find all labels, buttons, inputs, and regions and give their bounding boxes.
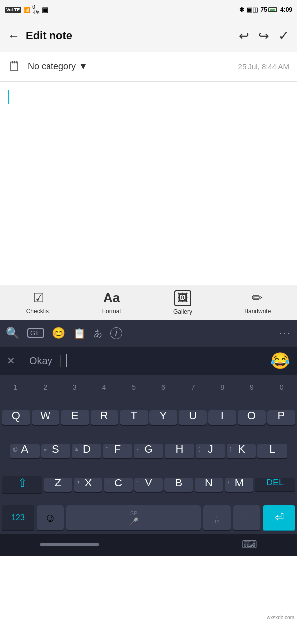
key-a[interactable]: @A: [10, 444, 40, 458]
key-u[interactable]: U: [179, 410, 207, 425]
key-j[interactable]: (J: [196, 444, 225, 458]
category-label-text: No category: [28, 61, 76, 72]
watermark: wxsxdn.com: [267, 615, 294, 620]
number-row: 1 2 3 4 5 6 7 8 9 0: [0, 375, 297, 400]
category-icon: 🗒: [8, 58, 22, 75]
redo-button[interactable]: ↪: [258, 28, 269, 44]
more-icon[interactable]: ···: [279, 327, 291, 340]
key-k[interactable]: )K: [227, 444, 256, 458]
note-editor[interactable]: [0, 82, 297, 285]
qwerty-row: Q W E R T Y U I O P: [0, 400, 297, 434]
enter-key[interactable]: ⏎: [263, 505, 295, 530]
key-e[interactable]: E: [61, 410, 89, 425]
num-9[interactable]: 9: [239, 383, 266, 391]
key-r[interactable]: R: [91, 410, 119, 425]
prediction-emoji[interactable]: 😂: [270, 351, 290, 370]
gallery-label: Gallery: [173, 308, 192, 315]
data-speed: 0 K/s: [32, 4, 39, 15]
num-2[interactable]: 2: [32, 383, 59, 391]
category-bar: 🗒 No category ▼ 25 Jul, 8:44 AM: [0, 52, 297, 82]
battery-container: 75: [261, 6, 277, 13]
num-0[interactable]: 0: [268, 383, 295, 391]
clipboard-icon[interactable]: 📋: [73, 327, 86, 339]
status-right: ✱ ▣◫ 75 4:09: [239, 6, 292, 13]
handwrite-icon: ✏: [252, 290, 263, 306]
key-o[interactable]: O: [238, 410, 266, 425]
key-n[interactable]: ;N: [195, 478, 223, 492]
space-label-main: 🎤: [130, 517, 138, 525]
search-icon[interactable]: 🔍: [6, 327, 19, 340]
period-label: .: [246, 514, 248, 522]
confirm-button[interactable]: ✓: [278, 28, 289, 44]
key-s[interactable]: #S: [41, 444, 71, 458]
key-h[interactable]: +H: [165, 444, 195, 458]
key-f[interactable]: *F: [103, 444, 133, 458]
space-label-sp: SP: [130, 510, 138, 516]
key-l[interactable]: "L: [257, 444, 287, 458]
battery-percentage: 75: [261, 6, 267, 13]
shift-key[interactable]: ⇧: [2, 476, 42, 493]
num-8[interactable]: 8: [209, 383, 236, 391]
key-t[interactable]: T: [120, 410, 148, 425]
num-4[interactable]: 4: [91, 383, 118, 391]
keyboard: 1 2 3 4 5 6 7 8 9 0 Q W E R T Y U I O P …: [0, 375, 297, 534]
prediction-bar: ✕ Okay 😂: [0, 347, 297, 375]
key-d[interactable]: &D: [72, 444, 101, 458]
key-c[interactable]: "C: [104, 478, 133, 492]
dropdown-arrow-icon: ▼: [79, 61, 88, 72]
gallery-icon: 🖼: [174, 290, 191, 306]
key-z[interactable]: _Z: [44, 478, 72, 492]
key-b[interactable]: ·B: [164, 478, 193, 492]
checklist-button[interactable]: ☑ Checklist: [26, 290, 50, 315]
keyboard-nav-icon[interactable]: ⌨: [242, 538, 257, 551]
num-6[interactable]: 6: [150, 383, 177, 391]
space-key[interactable]: SP 🎤: [66, 505, 201, 530]
punct-label: !?: [215, 519, 219, 525]
key-m[interactable]: /M: [225, 478, 253, 492]
key-g[interactable]: -G: [134, 444, 163, 458]
translate-icon[interactable]: あ: [94, 327, 102, 339]
handwrite-button[interactable]: ✏ Handwrite: [244, 290, 271, 315]
key-i[interactable]: I: [208, 410, 237, 425]
prediction-suggestions: Okay: [21, 354, 264, 367]
note-toolbar: ☑ Checklist Aa Format 🖼 Gallery ✏ Handwr…: [0, 285, 297, 320]
format-label: Format: [102, 308, 121, 315]
prediction-suggestion-1[interactable]: Okay: [21, 355, 61, 367]
checklist-label: Checklist: [26, 308, 50, 315]
key-w[interactable]: W: [32, 410, 60, 425]
sticker-icon[interactable]: 😊: [52, 327, 65, 340]
info-icon[interactable]: i: [110, 327, 122, 339]
key-q[interactable]: Q: [2, 410, 30, 425]
key-p[interactable]: P: [267, 410, 296, 425]
category-selector[interactable]: No category ▼: [28, 61, 88, 72]
enter-icon: ⏎: [275, 511, 284, 524]
volte-indicator: VoLTE: [5, 7, 21, 13]
signal-icon: 📶: [23, 7, 30, 13]
key-v[interactable]: 'V: [134, 478, 163, 492]
delete-key[interactable]: DEL: [255, 478, 295, 491]
key-x[interactable]: ₹X: [74, 478, 102, 492]
back-button[interactable]: ←: [8, 29, 20, 43]
num-7[interactable]: 7: [179, 383, 206, 391]
punctuation-key[interactable]: , !?: [203, 505, 231, 530]
app-bar: ← Edit note ↩ ↪ ✓: [0, 20, 297, 52]
undo-button[interactable]: ↩: [239, 28, 249, 44]
key-y[interactable]: Y: [149, 410, 178, 425]
delete-icon: DEL: [266, 478, 284, 488]
num-1[interactable]: 1: [2, 383, 29, 391]
handwrite-label: Handwrite: [244, 308, 271, 315]
battery-icon: [268, 7, 277, 12]
numbers-switch-button[interactable]: 123: [2, 505, 34, 530]
num-5[interactable]: 5: [120, 383, 148, 391]
page-title: Edit note: [26, 29, 239, 42]
prediction-close-button[interactable]: ✕: [7, 355, 15, 367]
format-button[interactable]: Aa Format: [102, 290, 121, 315]
emoji-button[interactable]: ☺: [37, 505, 64, 530]
app-actions: ↩ ↪ ✓: [239, 28, 289, 44]
period-key[interactable]: .: [233, 505, 260, 530]
time: 4:09: [280, 6, 292, 13]
gallery-button[interactable]: 🖼 Gallery: [173, 290, 192, 315]
gif-button[interactable]: GIF: [27, 328, 44, 338]
screen-record-icon: ▣: [42, 6, 48, 14]
num-3[interactable]: 3: [61, 383, 88, 391]
